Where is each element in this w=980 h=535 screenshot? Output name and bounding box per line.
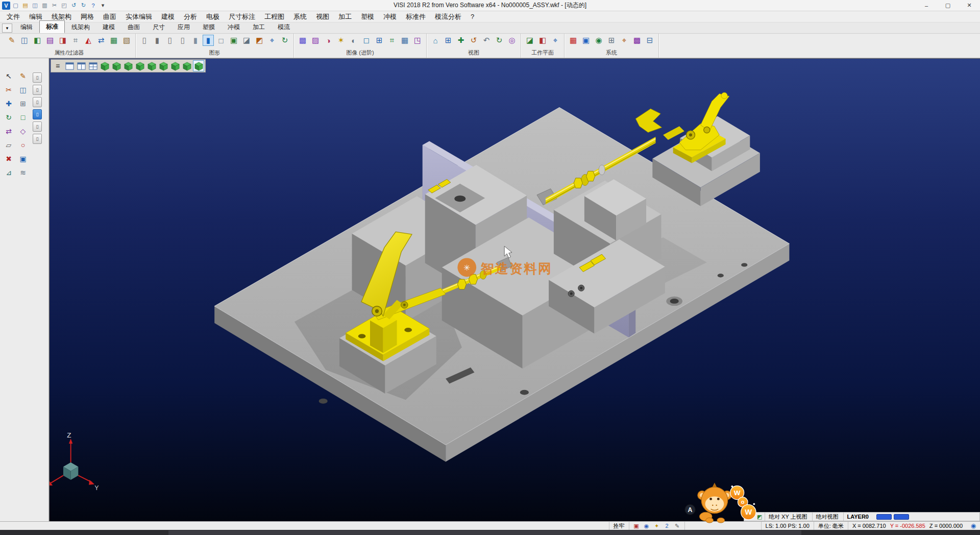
filter-toggle-5[interactable]: ▯	[33, 121, 42, 132]
shadow-icon[interactable]: ◐	[348, 35, 359, 46]
delete-icon[interactable]: ✖	[3, 153, 14, 164]
filter-color-icon[interactable]: ◧	[32, 35, 43, 46]
display-settings-icon[interactable]: ▣	[580, 35, 592, 46]
measure-icon[interactable]: ⊿	[3, 167, 14, 178]
menu-item-9[interactable]: 尺寸标注	[224, 11, 260, 22]
wire-display-icon[interactable]: □	[215, 35, 227, 46]
menu-item-13[interactable]: 加工	[334, 11, 356, 22]
shade-display-icon[interactable]: ▣	[228, 35, 239, 46]
workplane-align-icon[interactable]: ◧	[537, 35, 548, 46]
filter-toggle-3[interactable]: ▯	[33, 97, 42, 107]
left-view-icon[interactable]	[146, 60, 157, 71]
menu-item-11[interactable]: 系统	[289, 11, 311, 22]
vertex-icon[interactable]: ◇	[17, 126, 29, 136]
menu-item-10[interactable]: 工程图	[260, 11, 289, 22]
advanced-view-icon[interactable]: ◳	[412, 35, 423, 46]
copy-icon[interactable]: ◰	[60, 1, 68, 10]
lock-icon[interactable]: ✦	[653, 522, 661, 529]
texture-icon[interactable]: ▨	[310, 35, 321, 46]
workplane-icon[interactable]: ◪	[524, 35, 535, 46]
calculator-icon[interactable]: ⊟	[644, 35, 655, 46]
active-canvas-icon[interactable]: ▮	[203, 35, 214, 46]
layer-color-swatch-1[interactable]	[894, 514, 909, 520]
zoom-fit-icon[interactable]: ⌂	[430, 35, 441, 46]
menu-item-14[interactable]: 塑模	[356, 11, 379, 22]
layer-indicator[interactable]: LAYER0	[843, 513, 872, 521]
tab-6[interactable]: 应用	[172, 21, 196, 33]
pan-icon[interactable]: ✚	[455, 35, 467, 46]
close-button[interactable]: ✕	[959, 0, 980, 11]
menu-item-18[interactable]: ?	[466, 11, 479, 22]
tab-9[interactable]: 加工	[247, 21, 271, 33]
menu-item-16[interactable]: 标准件	[401, 11, 430, 22]
menu-item-6[interactable]: 建模	[157, 11, 179, 22]
dynamic-view-icon[interactable]: ↻	[494, 35, 505, 46]
offset-icon[interactable]: ▱	[3, 139, 14, 150]
filter-layer-icon[interactable]: ▤	[44, 35, 56, 46]
menu-item-15[interactable]: 冲模	[379, 11, 401, 22]
customize-arrow-icon[interactable]: ▾	[99, 1, 107, 10]
new-file-icon[interactable]: ▢	[11, 1, 20, 10]
material-icon[interactable]: ◑	[323, 35, 334, 46]
solid-icon[interactable]: ▣	[17, 153, 29, 164]
zoom-window-icon[interactable]: ⊞	[443, 35, 454, 46]
menu-item-3[interactable]: 网格	[76, 11, 99, 22]
tab-7[interactable]: 塑膜	[197, 21, 221, 33]
background-icon[interactable]: ▦	[399, 35, 410, 46]
capture-icon[interactable]: ◉	[643, 522, 651, 529]
ungroup-icon[interactable]: ▧	[121, 35, 132, 46]
menu-item-0[interactable]: 文件	[2, 11, 24, 22]
dynamic-iso-icon[interactable]	[193, 60, 204, 71]
render-settings-icon[interactable]: ▩	[297, 35, 308, 46]
front-view-icon[interactable]	[122, 60, 134, 71]
menu-item-7[interactable]: 分析	[179, 11, 202, 22]
minimize-button[interactable]: –	[916, 0, 937, 11]
edge-display-icon[interactable]: ⊞	[374, 35, 385, 46]
save-icon[interactable]: ◫	[31, 1, 39, 10]
tab-2[interactable]: 线架构	[65, 21, 96, 33]
options-icon[interactable]: ▩	[631, 35, 643, 46]
wireframe-icon[interactable]: □	[17, 112, 29, 123]
workplane-origin-icon[interactable]: ⌖	[550, 35, 561, 46]
filter-toggle-2[interactable]: ▯	[33, 85, 42, 95]
redo-icon[interactable]: ↻	[79, 1, 88, 10]
top-view-icon[interactable]	[111, 60, 122, 71]
attributes-copy-icon[interactable]: ◫	[19, 35, 30, 46]
properties-icon[interactable]: ◫	[17, 84, 29, 95]
right-view-icon[interactable]	[134, 60, 145, 71]
grid-icon[interactable]: ⊞	[606, 35, 617, 46]
viewmenu-icon[interactable]: ≡	[52, 60, 63, 71]
display-icon[interactable]: ▣	[632, 522, 641, 529]
trim-icon[interactable]: ✂	[3, 84, 14, 95]
snap-icon[interactable]: ⌖	[619, 35, 630, 46]
menu-item-12[interactable]: 视图	[311, 11, 334, 22]
single-view-icon[interactable]	[64, 60, 75, 71]
chain-select-icon[interactable]: ⇄	[95, 35, 107, 46]
zoom-entity-icon[interactable]: ⌖	[266, 35, 278, 46]
previous-view-icon[interactable]: ↶	[481, 35, 492, 46]
world-icon[interactable]: ◉	[969, 522, 978, 530]
layer-manager-icon[interactable]: ▯	[164, 35, 176, 46]
back-view-icon[interactable]	[158, 60, 169, 71]
menu-item-4[interactable]: 曲面	[99, 11, 121, 22]
hidden-line-icon[interactable]: ◪	[241, 35, 252, 46]
lock-toggle[interactable]: 拴牢	[609, 522, 629, 530]
grid-snap-icon[interactable]: ⊞	[17, 98, 29, 109]
color-table-icon[interactable]: ▦	[568, 35, 579, 46]
print-icon[interactable]: ▥	[40, 1, 49, 10]
filter-type-icon[interactable]: ◨	[57, 35, 68, 46]
graphics-viewport[interactable]: ≡	[49, 58, 980, 521]
layer-color-swatch-0[interactable]	[876, 514, 892, 520]
database-icon[interactable]: ▮	[152, 35, 163, 46]
tab-1[interactable]: 标准	[39, 20, 65, 33]
tab-dropdown[interactable]: ▾	[2, 23, 12, 33]
tab-4[interactable]: 曲面	[121, 21, 146, 33]
filter-toggle-4[interactable]: ▯	[33, 109, 42, 119]
bottom-view-icon[interactable]	[169, 60, 181, 71]
mirror-icon[interactable]: ⇄	[3, 126, 14, 136]
tab-5[interactable]: 尺寸	[146, 21, 171, 33]
world-settings-icon[interactable]: ◉	[593, 35, 604, 46]
info-icon[interactable]: 2	[663, 522, 671, 529]
buffer-icon[interactable]: ▮	[190, 35, 201, 46]
edit-settings-icon[interactable]: ✎	[673, 522, 681, 529]
